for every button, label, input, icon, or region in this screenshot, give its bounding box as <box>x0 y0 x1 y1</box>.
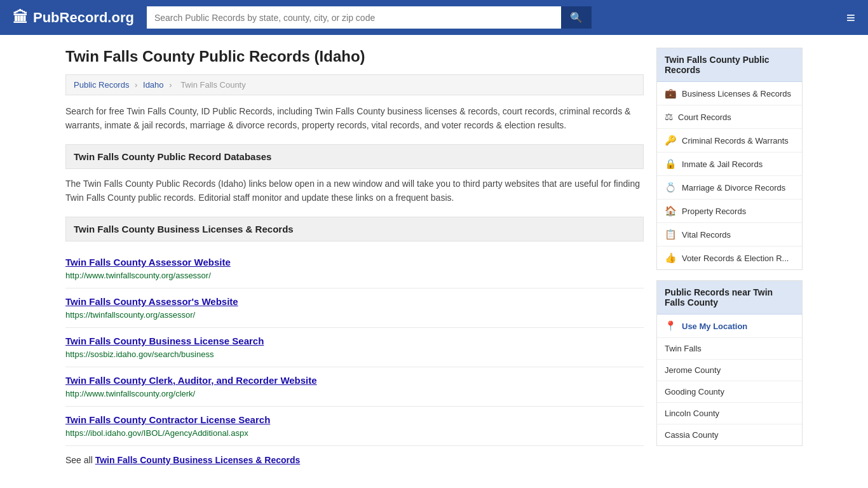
nearby-cassia-county[interactable]: Cassia County <box>657 424 802 445</box>
databases-desc: The Twin Falls County Public Records (Id… <box>65 177 644 205</box>
court-icon: ⚖ <box>665 111 673 123</box>
breadcrumb-sep-1: › <box>135 80 140 90</box>
business-icon: 💼 <box>665 88 677 99</box>
sidebar-item-vital[interactable]: 📋 Vital Records <box>657 223 802 247</box>
location-icon: 📍 <box>665 320 677 332</box>
sidebar-item-property-label: Property Records <box>682 207 746 216</box>
sidebar-item-marriage-label: Marriage & Divorce Records <box>682 183 785 193</box>
search-icon: 🔍 <box>570 12 583 23</box>
sidebar-header: Twin Falls County Public Records <box>657 48 802 82</box>
nearby-twin-falls-label: Twin Falls <box>665 344 702 353</box>
vital-icon: 📋 <box>665 229 677 240</box>
record-link-0: Twin Falls County Assessor Website http:… <box>65 249 644 288</box>
search-bar: 🔍 <box>147 6 592 29</box>
breadcrumb-link-idaho[interactable]: Idaho <box>143 80 164 90</box>
record-link-4-title[interactable]: Twin Falls County Contractor License Sea… <box>65 414 644 425</box>
breadcrumb-link-public-records[interactable]: Public Records <box>74 80 129 90</box>
sidebar-item-court[interactable]: ⚖ Court Records <box>657 105 802 129</box>
property-icon: 🏠 <box>665 205 677 217</box>
sidebar-item-voter-label: Voter Records & Election R... <box>682 254 789 263</box>
record-link-1-title[interactable]: Twin Falls County Assessor's Website <box>65 296 644 307</box>
nearby-use-location-label: Use My Location <box>682 322 747 331</box>
databases-section-header: Twin Falls County Public Record Database… <box>65 144 644 169</box>
nearby-gooding-county[interactable]: Gooding County <box>657 381 802 403</box>
criminal-icon: 🔑 <box>665 135 677 146</box>
record-link-0-url[interactable]: http://www.twinfallscounty.org/assessor/ <box>65 271 211 280</box>
record-link-3: Twin Falls County Clerk, Auditor, and Re… <box>65 367 644 407</box>
site-header: 🏛 PubRecord.org 🔍 ≡ <box>0 0 868 35</box>
sidebar-item-property[interactable]: 🏠 Property Records <box>657 200 802 223</box>
sidebar-nearby: Public Records near Twin Falls County 📍 … <box>656 280 803 446</box>
record-link-3-title[interactable]: Twin Falls County Clerk, Auditor, and Re… <box>65 375 644 386</box>
record-link-1-url[interactable]: https://twinfallscounty.org/assessor/ <box>65 310 195 320</box>
search-input[interactable] <box>147 6 561 29</box>
inmate-icon: 🔒 <box>665 158 677 170</box>
record-link-4: Twin Falls County Contractor License Sea… <box>65 407 644 446</box>
nearby-use-location[interactable]: 📍 Use My Location <box>657 315 802 338</box>
record-link-1: Twin Falls County Assessor's Website htt… <box>65 288 644 328</box>
voter-icon: 👍 <box>665 252 677 264</box>
breadcrumb: Public Records › Idaho › Twin Falls Coun… <box>65 74 644 95</box>
sidebar-item-vital-label: Vital Records <box>682 230 731 240</box>
nearby-cassia-county-label: Cassia County <box>665 430 719 440</box>
see-all-text: See all <box>65 455 95 465</box>
nearby-twin-falls[interactable]: Twin Falls <box>657 338 802 360</box>
intro-text: Search for free Twin Falls County, ID Pu… <box>65 104 644 133</box>
nearby-lincoln-county[interactable]: Lincoln County <box>657 403 802 424</box>
nearby-jerome-county[interactable]: Jerome County <box>657 360 802 381</box>
nearby-header: Public Records near Twin Falls County <box>657 281 802 315</box>
main-container: Twin Falls County Public Records (Idaho)… <box>53 35 815 478</box>
logo-icon: 🏛 <box>13 9 28 27</box>
menu-icon[interactable]: ≡ <box>846 9 855 27</box>
site-logo[interactable]: 🏛 PubRecord.org <box>13 9 134 27</box>
business-section-header: Twin Falls County Business Licenses & Re… <box>65 217 644 241</box>
sidebar-item-court-label: Court Records <box>678 112 731 122</box>
nearby-gooding-county-label: Gooding County <box>665 387 724 396</box>
sidebar-item-marriage[interactable]: 💍 Marriage & Divorce Records <box>657 176 802 200</box>
record-link-2-title[interactable]: Twin Falls County Business License Searc… <box>65 336 644 346</box>
page-title: Twin Falls County Public Records (Idaho) <box>65 48 644 65</box>
content-area: Twin Falls County Public Records (Idaho)… <box>65 48 644 465</box>
breadcrumb-sep-2: › <box>169 80 174 90</box>
sidebar: Twin Falls County Public Records 💼 Busin… <box>656 48 803 465</box>
marriage-icon: 💍 <box>665 182 677 193</box>
record-link-2: Twin Falls County Business License Searc… <box>65 328 644 367</box>
record-link-2-url[interactable]: https://sosbiz.idaho.gov/search/business <box>65 349 214 359</box>
sidebar-item-business-label: Business Licenses & Records <box>682 89 791 98</box>
sidebar-item-inmate-label: Inmate & Jail Records <box>682 159 763 169</box>
sidebar-item-voter[interactable]: 👍 Voter Records & Election R... <box>657 247 802 269</box>
sidebar-item-business[interactable]: 💼 Business Licenses & Records <box>657 82 802 105</box>
breadcrumb-current: Twin Falls County <box>180 80 246 90</box>
record-link-4-url[interactable]: https://ibol.idaho.gov/IBOL/AgencyAdditi… <box>65 428 248 438</box>
sidebar-item-inmate[interactable]: 🔒 Inmate & Jail Records <box>657 152 802 176</box>
logo-text: PubRecord.org <box>33 10 134 26</box>
see-all: See all Twin Falls County Business Licen… <box>65 455 644 465</box>
search-button[interactable]: 🔍 <box>561 6 592 29</box>
nearby-lincoln-county-label: Lincoln County <box>665 409 719 418</box>
see-all-link[interactable]: Twin Falls County Business Licenses & Re… <box>95 455 301 465</box>
record-link-0-title[interactable]: Twin Falls County Assessor Website <box>65 257 644 268</box>
record-link-3-url[interactable]: http://www.twinfallscounty.org/clerk/ <box>65 389 195 398</box>
sidebar-item-criminal[interactable]: 🔑 Criminal Records & Warrants <box>657 129 802 152</box>
sidebar-public-records: Twin Falls County Public Records 💼 Busin… <box>656 48 803 270</box>
nearby-jerome-county-label: Jerome County <box>665 365 721 375</box>
sidebar-item-criminal-label: Criminal Records & Warrants <box>682 136 789 146</box>
